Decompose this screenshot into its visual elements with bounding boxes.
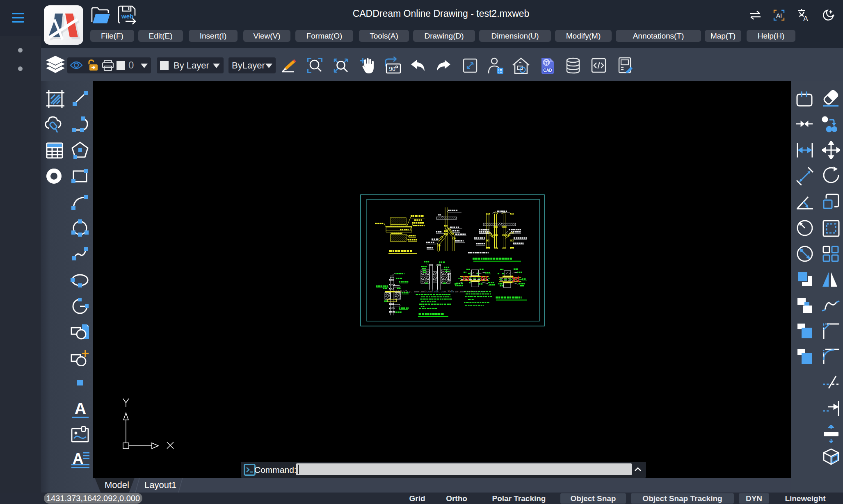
svg-text:90: 90 — [389, 66, 395, 72]
svg-text:web: web — [121, 13, 133, 20]
svg-text:CAD: CAD — [543, 68, 552, 73]
svg-text:AI: AI — [776, 12, 782, 19]
svg-text:A: A — [803, 15, 808, 22]
svg-text:WebSdkTry: www.webcoolsdk.com.: WebSdkTry: www.webcoolsdk.com.MxDraw:www… — [395, 290, 485, 293]
